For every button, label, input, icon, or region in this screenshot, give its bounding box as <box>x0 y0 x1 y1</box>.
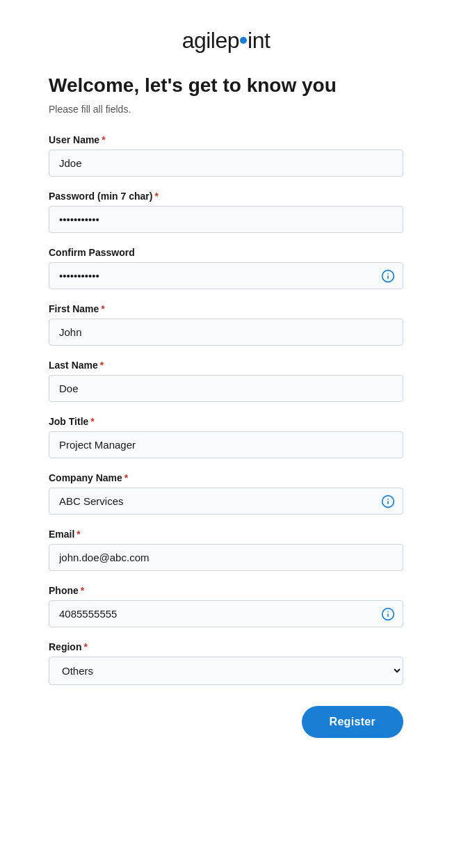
company-name-input[interactable] <box>49 488 403 515</box>
username-input[interactable] <box>49 150 403 177</box>
required-star: * <box>83 641 87 652</box>
required-star: * <box>124 472 128 483</box>
logo-container: agilepint <box>49 28 403 54</box>
company-name-info-icon[interactable] <box>381 495 395 508</box>
email-input[interactable] <box>49 544 403 571</box>
last-name-group: Last Name* <box>49 360 403 402</box>
region-select[interactable]: North America Europe Asia Pacific Latin … <box>49 657 403 685</box>
company-name-group: Company Name* <box>49 472 403 515</box>
password-group: Password (min 7 char)* <box>49 191 403 233</box>
confirm-password-group: Confirm Password <box>49 247 403 289</box>
region-label: Region* <box>49 641 403 652</box>
required-star: * <box>100 360 104 371</box>
required-star: * <box>154 191 158 202</box>
subtitle: Please fill all fields. <box>49 104 403 115</box>
password-input-wrapper <box>49 206 403 233</box>
job-title-input-wrapper <box>49 431 403 458</box>
job-title-label: Job Title* <box>49 416 403 427</box>
phone-input[interactable] <box>49 600 403 627</box>
page-container: agilepint Welcome, let's get to know you… <box>0 0 452 868</box>
password-input[interactable] <box>49 206 403 233</box>
required-star: * <box>90 416 94 427</box>
confirm-password-label: Confirm Password <box>49 247 403 258</box>
last-name-input[interactable] <box>49 375 403 402</box>
phone-input-wrapper <box>49 600 403 627</box>
company-name-label: Company Name* <box>49 472 403 483</box>
confirm-password-info-icon[interactable] <box>381 269 395 283</box>
job-title-input[interactable] <box>49 431 403 458</box>
last-name-label: Last Name* <box>49 360 403 371</box>
logo: agilepint <box>182 28 271 54</box>
phone-info-icon[interactable] <box>381 607 395 621</box>
email-label: Email* <box>49 529 403 540</box>
phone-group: Phone* <box>49 585 403 627</box>
confirm-password-input-wrapper <box>49 262 403 289</box>
company-name-input-wrapper <box>49 488 403 515</box>
email-group: Email* <box>49 529 403 571</box>
logo-dot <box>240 37 247 44</box>
confirm-password-input[interactable] <box>49 262 403 289</box>
required-star: * <box>76 529 80 540</box>
register-button[interactable]: Register <box>302 706 403 738</box>
first-name-input[interactable] <box>49 319 403 346</box>
username-label: User Name* <box>49 134 403 145</box>
first-name-input-wrapper <box>49 319 403 346</box>
registration-form: User Name* Password (min 7 char)* Confir… <box>49 134 403 738</box>
welcome-title: Welcome, let's get to know you <box>49 74 403 97</box>
last-name-input-wrapper <box>49 375 403 402</box>
password-label: Password (min 7 char)* <box>49 191 403 202</box>
first-name-label: First Name* <box>49 303 403 314</box>
required-star: * <box>102 134 105 145</box>
email-input-wrapper <box>49 544 403 571</box>
job-title-group: Job Title* <box>49 416 403 458</box>
required-star: * <box>81 585 84 596</box>
register-btn-container: Register <box>49 706 403 738</box>
region-group: Region* North America Europe Asia Pacifi… <box>49 641 403 685</box>
username-group: User Name* <box>49 134 403 177</box>
username-input-wrapper <box>49 150 403 177</box>
required-star: * <box>101 303 104 314</box>
first-name-group: First Name* <box>49 303 403 346</box>
phone-label: Phone* <box>49 585 403 596</box>
